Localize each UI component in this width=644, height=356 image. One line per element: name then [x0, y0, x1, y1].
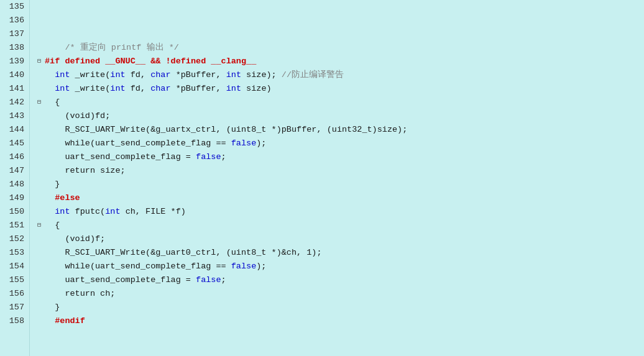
code-text-142: {: [45, 96, 644, 109]
code-line-150: int fputc(int ch, FILE *f): [35, 205, 644, 219]
line-num-158: 158: [2, 314, 24, 328]
code-text-138: /* 重定向 printf 输出 */: [45, 41, 644, 55]
code-line-154: while(uart_send_complete_flag == false);: [35, 260, 644, 273]
code-text-143: (void)fd;: [45, 109, 644, 123]
line-num-146: 146: [2, 150, 24, 164]
line-num-150: 150: [2, 205, 24, 219]
line-num-155: 155: [2, 273, 24, 287]
line-num-148: 148: [2, 178, 24, 191]
code-text-146: uart_send_complete_flag = false;: [45, 150, 644, 164]
code-text-155: uart_send_complete_flag = false;: [45, 273, 644, 287]
code-text-139: #if defined __GNUC__ && !defined __clang…: [45, 55, 644, 68]
line-num-135: 135: [2, 0, 24, 14]
code-line-139: ⊟#if defined __GNUC__ && !defined __clan…: [35, 55, 644, 68]
line-num-137: 137: [2, 27, 24, 41]
code-line-135: [35, 0, 644, 14]
code-line-155: uart_send_complete_flag = false;: [35, 273, 644, 287]
code-line-148: }: [35, 178, 644, 191]
code-text-140: int _write(int fd, char *pBuffer, int si…: [45, 68, 644, 82]
line-num-147: 147: [2, 164, 24, 178]
code-text-154: while(uart_send_complete_flag == false);: [45, 260, 644, 273]
line-num-154: 154: [2, 260, 24, 273]
code-text-148: }: [45, 178, 644, 191]
line-num-141: 141: [2, 82, 24, 96]
code-text-150: int fputc(int ch, FILE *f): [45, 205, 644, 219]
code-text-157: }: [45, 301, 644, 314]
code-line-153: R_SCI_UART_Write(&g_uart0_ctrl, (uint8_t…: [35, 246, 644, 260]
fold-icon-139[interactable]: ⊟: [35, 57, 44, 66]
line-num-143: 143: [2, 109, 24, 123]
code-text-151: {: [45, 219, 644, 232]
code-text-158: #endif: [45, 314, 644, 328]
line-num-138: 138: [2, 41, 24, 55]
code-line-137: [35, 27, 644, 41]
line-num-157: 157: [2, 301, 24, 314]
code-area[interactable]: /* 重定向 printf 输出 */⊟#if defined __GNUC__…: [30, 0, 644, 356]
fold-icon-142[interactable]: ⊟: [35, 98, 44, 107]
code-text-152: (void)f;: [45, 232, 644, 246]
code-text-153: R_SCI_UART_Write(&g_uart0_ctrl, (uint8_t…: [45, 246, 644, 260]
line-num-139: 139: [2, 55, 24, 68]
line-num-153: 153: [2, 246, 24, 260]
code-line-149: #else: [35, 191, 644, 205]
fold-icon-151[interactable]: ⊟: [35, 221, 44, 230]
code-line-141: int _write(int fd, char *pBuffer, int si…: [35, 82, 644, 96]
line-num-156: 156: [2, 287, 24, 301]
code-text-145: while(uart_send_complete_flag == false);: [45, 137, 644, 150]
code-line-145: while(uart_send_complete_flag == false);: [35, 137, 644, 150]
code-line-151: ⊟ {: [35, 219, 644, 232]
code-line-142: ⊟ {: [35, 96, 644, 109]
code-text-147: return size;: [45, 164, 644, 178]
code-line-157: }: [35, 301, 644, 314]
code-text-149: #else: [45, 191, 644, 205]
code-line-147: return size;: [35, 164, 644, 178]
line-num-136: 136: [2, 14, 24, 27]
line-num-140: 140: [2, 68, 24, 82]
code-text-156: return ch;: [45, 287, 644, 301]
code-line-152: (void)f;: [35, 232, 644, 246]
line-num-151: 151: [2, 219, 24, 232]
code-text-144: R_SCI_UART_Write(&g_uartx_ctrl, (uint8_t…: [45, 123, 644, 137]
line-num-144: 144: [2, 123, 24, 137]
code-line-143: (void)fd;: [35, 109, 644, 123]
code-line-138: /* 重定向 printf 输出 */: [35, 41, 644, 55]
line-num-149: 149: [2, 191, 24, 205]
line-num-152: 152: [2, 232, 24, 246]
code-line-144: R_SCI_UART_Write(&g_uartx_ctrl, (uint8_t…: [35, 123, 644, 137]
code-line-146: uart_send_complete_flag = false;: [35, 150, 644, 164]
code-line-140: int _write(int fd, char *pBuffer, int si…: [35, 68, 644, 82]
code-line-156: return ch;: [35, 287, 644, 301]
line-num-142: 142: [2, 96, 24, 109]
code-line-136: [35, 14, 644, 27]
code-line-158: #endif: [35, 314, 644, 328]
line-num-145: 145: [2, 137, 24, 150]
code-text-141: int _write(int fd, char *pBuffer, int si…: [45, 82, 644, 96]
line-number-gutter: 1351361371381391401411421431441451461471…: [0, 0, 30, 356]
code-editor: 1351361371381391401411421431441451461471…: [0, 0, 644, 356]
